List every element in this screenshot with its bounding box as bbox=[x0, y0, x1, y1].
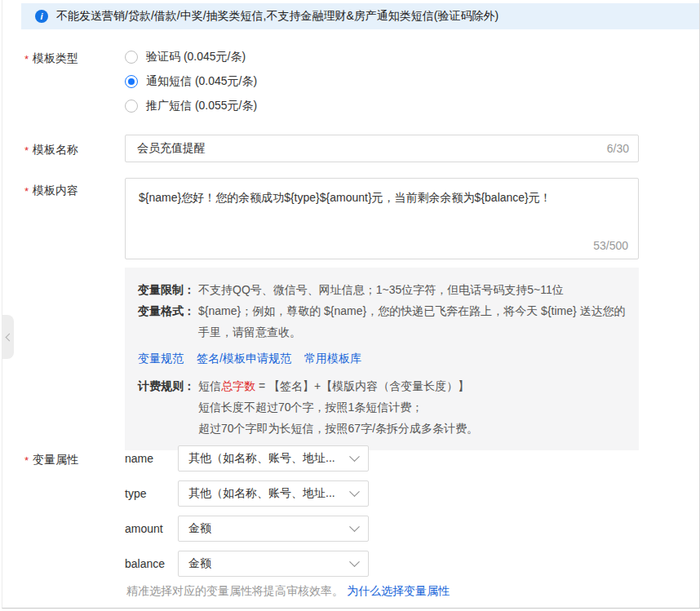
billing-rules-row: 计费规则： 短信总字数 = 【签名】+【模版内容（含变量长度）】 短信长度不超过… bbox=[138, 375, 626, 439]
var-name-label: name bbox=[125, 452, 178, 465]
hint-text: 精准选择对应的变量属性将提高审核效率。 bbox=[126, 584, 343, 597]
billing-line-1: 短信总字数 = 【签名】+【模版内容（含变量长度）】 bbox=[198, 375, 626, 396]
radio-option-promotion-sms[interactable]: 推广短信 (0.055元/条) bbox=[125, 94, 257, 118]
billing-total-chars-red: 总字数 bbox=[221, 379, 255, 392]
variable-attrs-hint: 精准选择对应的变量属性将提高审核效率。为什么选择变量属性 bbox=[126, 584, 450, 599]
info-icon: i bbox=[35, 10, 48, 23]
variable-attrs-rows: name 其他（如名称、账号、地址... type 其他（如名称、账号、地址..… bbox=[125, 445, 369, 586]
var-name-label: balance bbox=[125, 557, 178, 570]
var-amount-select[interactable]: 金额 bbox=[178, 516, 369, 542]
chevron-down-icon bbox=[349, 451, 360, 462]
template-name-counter: 6/30 bbox=[607, 142, 629, 155]
panel-collapse-handle[interactable] bbox=[2, 315, 14, 359]
template-name-label: 模板名称 bbox=[24, 143, 78, 157]
billing-line-2: 短信长度不超过70个字，按照1条短信计费； bbox=[198, 396, 626, 418]
billing-line-3: 超过70个字即为长短信，按照67字/条拆分成多条计费。 bbox=[198, 418, 626, 439]
var-row-name: name 其他（如名称、账号、地址... bbox=[125, 445, 369, 472]
radio-option-label: 验证码 (0.045元/条) bbox=[146, 50, 246, 64]
variable-limit-text: 不支持QQ号、微信号、网址信息；1~35位字符，但电话号码支持5~11位 bbox=[198, 279, 626, 300]
var-row-amount: amount 金额 bbox=[125, 516, 369, 542]
billing-rules-box: 计费规则： 短信总字数 = 【签名】+【模版内容（含变量长度）】 短信长度不超过… bbox=[125, 364, 639, 450]
var-type-select[interactable]: 其他（如名称、账号、地址... bbox=[178, 480, 369, 507]
notice-banner-text: 不能发送营销/贷款/借款/中奖/抽奖类短信,不支持金融理财&房产通知类短信(验证… bbox=[56, 9, 498, 24]
select-value: 其他（如名称、账号、地址... bbox=[188, 486, 335, 501]
template-name-input[interactable] bbox=[125, 135, 639, 162]
template-name-field-wrap: 6/30 bbox=[125, 135, 639, 162]
var-row-type: type 其他（如名称、账号、地址... bbox=[125, 480, 369, 507]
chevron-down-icon bbox=[349, 486, 360, 497]
radio-icon[interactable] bbox=[125, 51, 138, 64]
chevron-left-icon bbox=[5, 333, 13, 341]
link-why-variable-attrs[interactable]: 为什么选择变量属性 bbox=[347, 584, 450, 597]
radio-option-label: 推广短信 (0.055元/条) bbox=[146, 99, 257, 113]
template-content-counter: 53/500 bbox=[593, 239, 628, 252]
radio-option-label: 通知短信 (0.045元/条) bbox=[146, 74, 257, 89]
radio-icon[interactable] bbox=[125, 75, 138, 88]
variable-format-title: 变量格式： bbox=[138, 300, 195, 343]
var-row-balance: balance 金额 bbox=[125, 551, 369, 577]
sms-template-form-panel: i 不能发送营销/贷款/借款/中奖/抽奖类短信,不支持金融理财&房产通知类短信(… bbox=[2, 0, 700, 609]
select-value: 金额 bbox=[188, 556, 211, 571]
var-balance-select[interactable]: 金额 bbox=[178, 551, 369, 577]
chevron-down-icon bbox=[349, 521, 360, 532]
variable-attrs-label: 变量属性 bbox=[24, 453, 78, 467]
template-type-label: 模板类型 bbox=[24, 51, 78, 66]
radio-option-notification-sms[interactable]: 通知短信 (0.045元/条) bbox=[125, 69, 257, 94]
variable-limit-title: 变量限制： bbox=[138, 279, 195, 300]
billing-rules-text: 短信总字数 = 【签名】+【模版内容（含变量长度）】 短信长度不超过70个字，按… bbox=[198, 375, 626, 439]
template-content-textarea[interactable]: ${name}您好！您的余额成功${type}${amount}元，当前剩余余额… bbox=[126, 179, 638, 259]
variable-format-text: ${name}；例如，尊敬的 ${name}，您的快递已飞奔在路上，将今天 ${… bbox=[198, 300, 626, 343]
template-type-radio-group: 验证码 (0.045元/条) 通知短信 (0.045元/条) 推广短信 (0.0… bbox=[125, 45, 257, 118]
var-name-label: amount bbox=[125, 522, 178, 535]
var-name-label: type bbox=[125, 487, 178, 500]
radio-icon[interactable] bbox=[125, 100, 138, 113]
radio-option-verification-code[interactable]: 验证码 (0.045元/条) bbox=[125, 45, 257, 69]
template-content-field-wrap: ${name}您好！您的余额成功${type}${amount}元，当前剩余余额… bbox=[125, 178, 639, 259]
variable-limit-row: 变量限制： 不支持QQ号、微信号、网址信息；1~35位字符，但电话号码支持5~1… bbox=[138, 279, 626, 300]
template-content-label: 模板内容 bbox=[24, 184, 78, 198]
variable-format-row: 变量格式： ${name}；例如，尊敬的 ${name}，您的快递已飞奔在路上，… bbox=[138, 300, 626, 343]
select-value: 金额 bbox=[188, 521, 211, 536]
notice-banner: i 不能发送营销/贷款/借款/中奖/抽奖类短信,不支持金融理财&房产通知类短信(… bbox=[21, 3, 699, 29]
var-name-select[interactable]: 其他（如名称、账号、地址... bbox=[178, 445, 369, 472]
select-value: 其他（如名称、账号、地址... bbox=[188, 451, 335, 466]
billing-rules-title: 计费规则： bbox=[138, 375, 195, 439]
chevron-down-icon bbox=[349, 556, 360, 567]
